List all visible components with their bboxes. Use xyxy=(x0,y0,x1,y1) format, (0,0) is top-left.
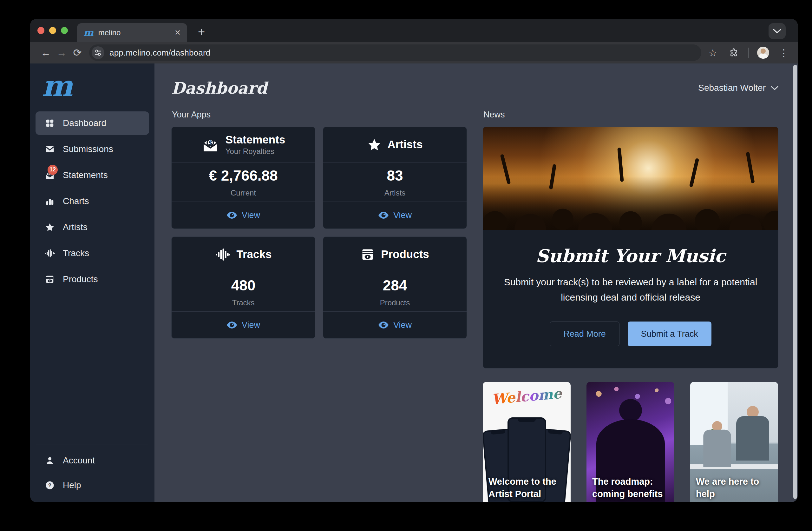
melino-logo[interactable]: m xyxy=(42,73,149,99)
statements-view-link[interactable]: View xyxy=(172,202,315,228)
waveform-icon xyxy=(44,248,55,259)
sidebar-item-artists[interactable]: Artists xyxy=(35,215,149,239)
card-title: Statements xyxy=(226,133,286,146)
article-title: We are here to help xyxy=(696,475,775,500)
person-silhouette xyxy=(619,399,642,422)
scrollbar-thumb[interactable] xyxy=(793,65,797,499)
submit-track-button[interactable]: Submit a Track xyxy=(628,322,711,346)
your-apps-column: Your Apps $ Statements Your Royalties xyxy=(171,102,467,502)
products-view-link[interactable]: View xyxy=(323,312,467,338)
browser-menu-icon[interactable]: ⋮ xyxy=(778,46,790,59)
forward-button[interactable]: → xyxy=(54,45,70,61)
toolbar-actions: ☆ ⋮ xyxy=(706,46,790,59)
products-card: Products 284 Products View xyxy=(323,236,467,339)
site-settings-icon[interactable] xyxy=(92,46,104,59)
statements-envelope-dollar-icon: $ xyxy=(201,136,219,154)
office-person xyxy=(703,421,731,467)
address-bar[interactable]: app.melino.com/dashboard xyxy=(89,44,701,61)
window-controls xyxy=(38,27,68,34)
minimize-window-button[interactable] xyxy=(49,27,56,34)
help-question-icon: ? xyxy=(44,480,55,491)
sidebar-item-tracks[interactable]: Tracks xyxy=(35,241,149,265)
article-title: The roadmap: coming benefits xyxy=(592,475,671,500)
welcome-artwork-text: Welcome xyxy=(483,385,571,408)
record-crate-icon xyxy=(361,248,375,262)
toolbar-divider xyxy=(748,47,749,58)
article-here-to-help[interactable]: We are here to help xyxy=(690,382,778,502)
avatar-shoulders xyxy=(758,54,768,59)
your-apps-heading: Your Apps xyxy=(172,110,467,120)
tab-strip: m melino ✕ + xyxy=(30,19,798,42)
new-tab-button[interactable]: + xyxy=(194,24,209,39)
news-hero-card: Submit Your Music Submit your track(s) t… xyxy=(483,127,778,368)
products-count: 284 xyxy=(383,277,407,294)
zoom-window-button[interactable] xyxy=(61,27,68,34)
card-title: Tracks xyxy=(237,248,272,261)
eye-icon xyxy=(378,321,389,329)
browser-tab-melino[interactable]: m melino ✕ xyxy=(77,23,187,42)
hero-description: Submit your track(s) to be reviewed by a… xyxy=(503,275,758,305)
statements-badge: 12 xyxy=(47,165,58,175)
dashboard-main: Dashboard Sebastian Wolter Your Apps xyxy=(155,64,798,502)
sidebar-item-charts[interactable]: Charts xyxy=(35,190,149,213)
tracks-count: 480 xyxy=(231,277,256,294)
tab-search-button[interactable] xyxy=(769,23,786,39)
sidebar-nav: Dashboard Submissions $ 12 Statements xyxy=(35,110,149,292)
office-person xyxy=(736,406,769,461)
tab-title: melino xyxy=(98,28,121,37)
crowd-silhouette xyxy=(549,164,556,190)
close-window-button[interactable] xyxy=(38,27,44,34)
sidebar-item-help[interactable]: ? Help xyxy=(35,474,149,497)
chevron-down-icon xyxy=(773,29,781,34)
star-icon xyxy=(44,222,55,233)
tracks-card: Tracks 480 Tracks View xyxy=(171,236,315,339)
extensions-puzzle-icon[interactable] xyxy=(727,46,740,59)
sidebar-item-submissions[interactable]: Submissions xyxy=(35,137,149,161)
value-label: Current xyxy=(231,188,256,197)
sidebar-item-dashboard[interactable]: Dashboard xyxy=(35,111,149,135)
value-label: Artists xyxy=(385,188,406,197)
article-title: Welcome to the Artist Portal xyxy=(489,475,567,500)
main-header: Dashboard Sebastian Wolter xyxy=(171,76,778,100)
sidebar-item-label: Help xyxy=(63,480,81,490)
page-content: m Dashboard Submissions xyxy=(30,64,798,502)
sidebar-item-label: Products xyxy=(63,274,98,284)
envelope-icon xyxy=(44,144,55,155)
artists-view-link[interactable]: View xyxy=(323,202,467,228)
read-more-button[interactable]: Read More xyxy=(550,322,620,346)
news-articles-row: Welcome Welcome to the Artist Portal The… xyxy=(483,382,778,502)
sidebar-item-account[interactable]: Account xyxy=(35,449,149,472)
page-title: Dashboard xyxy=(171,79,267,97)
url-text: app.melino.com/dashboard xyxy=(110,48,210,58)
browser-toolbar: ← → ⟳ app.melino.com/dashboard ☆ ⋮ xyxy=(30,42,798,64)
sidebar-divider xyxy=(36,444,148,444)
bookmark-star-icon[interactable]: ☆ xyxy=(706,46,719,59)
artists-card: Artists 83 Artists View xyxy=(323,127,467,229)
artists-count: 83 xyxy=(387,167,403,184)
sidebar-item-products[interactable]: Products xyxy=(35,268,149,291)
reload-button[interactable]: ⟳ xyxy=(70,45,85,61)
sidebar-item-statements[interactable]: $ 12 Statements xyxy=(35,164,149,187)
user-menu[interactable]: Sebastian Wolter xyxy=(698,83,778,93)
value-label: Products xyxy=(380,298,410,307)
close-tab-icon[interactable]: ✕ xyxy=(174,28,181,37)
sidebar-item-label: Tracks xyxy=(63,248,89,258)
eye-icon xyxy=(227,321,237,329)
avatar-head xyxy=(760,48,766,54)
article-roadmap-benefits[interactable]: The roadmap: coming benefits xyxy=(586,382,675,502)
card-title: Artists xyxy=(388,138,423,151)
bar-chart-icon xyxy=(44,196,55,207)
star-icon xyxy=(367,138,381,152)
profile-avatar[interactable] xyxy=(757,47,769,59)
page-scrollbar[interactable] xyxy=(793,64,798,502)
sidebar-item-label: Account xyxy=(63,456,95,466)
back-button[interactable]: ← xyxy=(38,45,54,61)
crowd-silhouette xyxy=(617,148,624,182)
app-cards-grid: $ Statements Your Royalties € 2,766.88 xyxy=(171,127,467,339)
crowd-silhouette xyxy=(689,158,699,187)
tracks-view-link[interactable]: View xyxy=(172,312,315,338)
person-icon xyxy=(44,455,55,466)
article-welcome-artist-portal[interactable]: Welcome Welcome to the Artist Portal xyxy=(483,382,571,502)
statements-envelope-dollar-icon: $ 12 xyxy=(44,170,55,181)
melino-favicon-icon: m xyxy=(84,28,93,38)
